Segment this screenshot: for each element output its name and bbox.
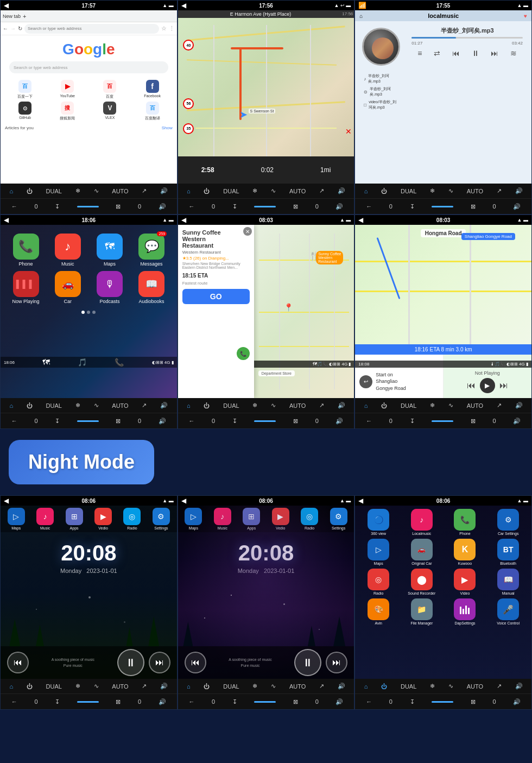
night-app-apps[interactable]: ⊞ Apps: [66, 508, 83, 530]
power-btn-6[interactable]: ⏻: [381, 402, 387, 409]
night-app-video-2[interactable]: ▶ Vedio: [272, 508, 289, 530]
nav-btn-6[interactable]: ↗: [497, 402, 502, 409]
back-btn-n1[interactable]: ←: [11, 698, 17, 705]
night-app-settings[interactable]: ⚙ Settings: [153, 508, 170, 530]
ag-radio[interactable]: ◎ Radio: [358, 569, 398, 595]
fan-btn-6[interactable]: ∿: [448, 402, 453, 409]
vol-icon-ag[interactable]: 🔊: [513, 698, 521, 705]
progress-bar-n1[interactable]: [77, 701, 99, 703]
ag-dapsettings[interactable]: DapSettings: [445, 598, 485, 625]
track-3[interactable]: □ video/半壶纱_刘珂矣.mp3: [364, 98, 398, 111]
menu-btn[interactable]: ⋮: [169, 25, 175, 32]
vol-btn-6[interactable]: 🔊: [515, 402, 523, 409]
vol-icon-n2[interactable]: 🔊: [335, 698, 343, 705]
vol-btn-3[interactable]: 🔊: [515, 187, 523, 194]
home-btn-n2[interactable]: ⌂: [187, 683, 191, 690]
night-app-radio[interactable]: ◎ Radio: [123, 508, 141, 530]
cp-app-phone[interactable]: 📞 Phone: [7, 234, 45, 267]
ag-kuwooo[interactable]: K Kuwooo: [445, 539, 485, 565]
cp-app-nowplaying[interactable]: ▌▌▌ Now Playing: [7, 271, 45, 304]
night-app-maps-2[interactable]: ▷ Maps: [185, 508, 202, 530]
music-back[interactable]: ⌂: [359, 13, 363, 19]
back-btn-4[interactable]: ←: [11, 418, 17, 424]
down-btn-n2[interactable]: ↧: [232, 698, 237, 705]
vol-btn[interactable]: 🔊: [160, 187, 168, 194]
nav-refresh[interactable]: ↻: [18, 26, 22, 31]
ac-btn-n1[interactable]: ❄: [75, 683, 80, 690]
pause-btn-1[interactable]: ⏸: [117, 649, 144, 676]
ag-voicecontrol[interactable]: 🎤 Voice Control: [488, 598, 528, 625]
cp-app-music[interactable]: ♪ Music: [49, 234, 86, 267]
grid-btn-n2[interactable]: ⊠: [293, 698, 298, 705]
fan-btn-2[interactable]: ∿: [271, 187, 276, 194]
night-app-radio-2[interactable]: ◎ Radio: [301, 508, 318, 530]
next-music-btn-1[interactable]: ⏭: [149, 652, 170, 673]
pause-btn-2[interactable]: ⏸: [294, 649, 321, 676]
back-btn-5[interactable]: ←: [188, 418, 194, 424]
fan-btn-5[interactable]: ∿: [271, 402, 276, 409]
back-icon-ag[interactable]: ◀: [358, 497, 363, 505]
back-icon-map[interactable]: ◀: [181, 2, 186, 9]
ac-btn-n2[interactable]: ❄: [252, 683, 257, 690]
pause-btn[interactable]: ⏸: [472, 49, 479, 58]
back-icon-cp[interactable]: ◀: [4, 216, 9, 224]
nav-btn-n2[interactable]: ↗: [319, 683, 324, 690]
down-btn-5[interactable]: ↧: [232, 418, 237, 425]
grid-btn-5[interactable]: ⊠: [293, 418, 298, 425]
next-btn[interactable]: ⏭: [491, 49, 498, 58]
eq-btn[interactable]: ≋: [510, 49, 517, 58]
progress-bar-n2[interactable]: [254, 701, 276, 703]
cp-app-messages[interactable]: 💬 259 Messages: [132, 234, 170, 267]
grid-btn-4[interactable]: ⊠: [116, 418, 121, 425]
power-btn-3[interactable]: ⏻: [381, 188, 387, 194]
vol-btn-ag[interactable]: 🔊: [515, 683, 523, 690]
playlist-btn[interactable]: ≡: [417, 49, 422, 58]
bookmark-baidu2[interactable]: 百 百度: [90, 80, 130, 99]
nav-btn-n1[interactable]: ↗: [142, 683, 147, 690]
music-progress-bar[interactable]: [411, 37, 523, 39]
ag-carsettings[interactable]: ⚙ Car Settings: [488, 509, 528, 535]
nav-back[interactable]: ←: [3, 26, 8, 31]
vol-icon-5[interactable]: 🔊: [335, 418, 343, 425]
bookmark-sohu[interactable]: 搜 搜狐新闻: [47, 102, 87, 121]
power-btn-n1[interactable]: ⏻: [27, 683, 33, 690]
shuffle-btn[interactable]: ⇄: [434, 49, 440, 58]
vol-icon-n1[interactable]: 🔊: [159, 698, 166, 705]
night-app-maps[interactable]: ▷ Maps: [8, 508, 25, 530]
nav-start-circle[interactable]: ↩: [359, 375, 372, 388]
music-heart[interactable]: ♥: [524, 13, 527, 19]
power-btn-ag[interactable]: ⏻: [381, 683, 387, 690]
back-icon-cpnav[interactable]: ◀: [358, 216, 363, 224]
vol-icon[interactable]: 🔊: [159, 203, 166, 210]
ag-phone[interactable]: 📞 Phone: [445, 509, 485, 535]
down-btn-6[interactable]: ↧: [410, 418, 415, 425]
back-btn-ag[interactable]: ←: [366, 698, 372, 705]
down-btn-ag[interactable]: ↧: [410, 698, 415, 705]
ac-btn[interactable]: ❄: [75, 187, 80, 194]
down-btn-2[interactable]: ↧: [232, 203, 237, 210]
show-more[interactable]: Show: [162, 125, 173, 130]
cp-app-maps[interactable]: 🗺 Maps: [91, 234, 128, 267]
back-btn-2[interactable]: ←: [188, 203, 194, 210]
bookmark-baidu[interactable]: 百 百度一下: [5, 80, 45, 99]
fan-btn[interactable]: ∿: [94, 187, 99, 194]
home-btn[interactable]: ⌂: [9, 188, 13, 194]
vol-icon-6[interactable]: 🔊: [513, 418, 521, 425]
home-btn-6[interactable]: ⌂: [364, 402, 368, 409]
track-2[interactable]: ⊙ 半壶纱_刘珂矣.mp3: [364, 85, 398, 98]
ag-bluetooth[interactable]: BT Bluetooth: [488, 539, 528, 565]
ag-filemanager[interactable]: 📁 File Manager: [402, 598, 442, 625]
night-app-settings-2[interactable]: ⚙ Settings: [330, 508, 347, 530]
progress-bar-3[interactable]: [432, 206, 453, 207]
night-app-music-2[interactable]: ♪ Music: [214, 508, 231, 530]
ag-manual[interactable]: 📖 Manual: [488, 569, 528, 595]
progress-bar-5[interactable]: [254, 420, 276, 422]
grid-btn-n1[interactable]: ⊠: [116, 698, 121, 705]
vol-btn-5[interactable]: 🔊: [338, 402, 345, 409]
vol-icon-3[interactable]: 🔊: [513, 203, 521, 210]
night-app-apps-2[interactable]: ⊞ Apps: [243, 508, 260, 530]
bookmark-vlex[interactable]: V VLEX: [90, 102, 130, 121]
back-btn-6[interactable]: ←: [366, 418, 372, 424]
bookmark-fanyi[interactable]: 百 百度翻译: [132, 102, 172, 121]
vol-icon-4[interactable]: 🔊: [159, 418, 166, 425]
